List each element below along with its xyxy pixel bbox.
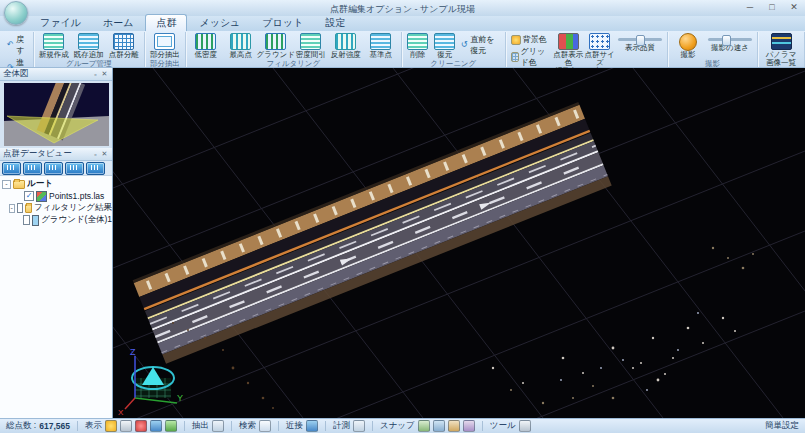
ribbon: ↶ 戻す ↷ 進む やり直し 新規作成 既存追加 (0, 31, 805, 68)
restore-previous-icon: ↺ (461, 41, 468, 49)
tree-show-all-button[interactable] (2, 162, 21, 175)
extract-label: 抽出 (192, 420, 209, 432)
group-panorama: パノラマ 画像一覧 パノラマ画像 (758, 32, 805, 67)
display-quality-thumb[interactable] (636, 35, 645, 46)
add-existing-button[interactable]: 既存追加 (72, 32, 106, 59)
snap-center-icon[interactable] (463, 420, 475, 432)
checkbox-unchecked[interactable] (23, 215, 30, 225)
snap-edge-icon[interactable] (433, 420, 445, 432)
group-undo: ↶ 戻す ↷ 進む やり直し (2, 32, 34, 67)
tab-mesh[interactable]: メッシュ (189, 15, 250, 31)
app-menu-orb[interactable] (4, 1, 28, 25)
add-existing-icon (78, 33, 99, 50)
extract-icon[interactable] (212, 420, 224, 432)
expander-icon[interactable]: - (2, 180, 11, 189)
minimize-button[interactable]: ─ (743, 2, 757, 12)
tab-pointcloud[interactable]: 点群 (145, 14, 187, 31)
tree-hide-all-button[interactable] (23, 162, 42, 175)
delete-button[interactable]: 削除 (405, 32, 431, 59)
shoot-button[interactable]: 撮影 (671, 32, 705, 59)
group-label-shooting: 撮影 (671, 59, 754, 68)
undo-button[interactable]: ↶ 戻す (5, 34, 30, 56)
ground-layer-icon (32, 215, 39, 226)
display-marker-icon[interactable] (135, 420, 147, 432)
panorama-list-button[interactable]: パノラマ 画像一覧 (761, 32, 801, 67)
display-grid-icon[interactable] (150, 420, 162, 432)
display-axis-icon[interactable] (165, 420, 177, 432)
partial-extract-icon (154, 33, 175, 50)
overview-pin-icon[interactable]: ▫ (91, 71, 100, 78)
snap-grid-icon[interactable] (448, 420, 460, 432)
shoot-speed-thumb[interactable] (722, 35, 731, 46)
search-icon[interactable] (259, 420, 271, 432)
new-group-button[interactable]: 新規作成 (37, 32, 71, 59)
easy-settings-button[interactable]: 簡単設定 (765, 420, 799, 432)
svg-text:Y: Y (177, 393, 183, 403)
background-color-button[interactable]: 背景色 (509, 34, 552, 45)
partial-extract-button[interactable]: 部分抽出 (148, 32, 182, 59)
checkbox-checked[interactable]: ✓ (24, 191, 34, 201)
filter-reference-icon (370, 33, 391, 50)
svg-text:X: X (118, 408, 124, 417)
tree-row-root[interactable]: - ルート (2, 178, 112, 190)
restore-button[interactable]: 復元 (432, 32, 458, 59)
tab-home[interactable]: ホーム (93, 15, 143, 31)
tree-toolbar (0, 161, 112, 176)
close-button[interactable]: ✕ (787, 2, 801, 12)
filter-low-density-button[interactable]: 低密度 (189, 32, 223, 59)
display-label: 表示 (85, 420, 102, 432)
measure-icon[interactable] (353, 420, 365, 432)
display-sun-icon[interactable] (105, 420, 117, 432)
display-quality-slider: 表示品質 (616, 32, 664, 53)
left-panel: 全体図 ▫ ✕ (0, 68, 113, 418)
tree-close-icon[interactable]: ✕ (100, 150, 109, 158)
panorama-icon (771, 33, 792, 50)
group-label-management: グループ管理 (37, 59, 141, 68)
filter-ground-icon (265, 33, 286, 50)
tree-row-points1[interactable]: ✓ Points1.pts.las (2, 190, 112, 202)
tree-pin-icon[interactable]: ▫ (91, 151, 100, 158)
filter-reference-button[interactable]: 基準点 (364, 32, 398, 59)
shoot-speed-slider: 撮影の速さ (706, 32, 754, 53)
tab-file[interactable]: ファイル (30, 15, 91, 31)
tree-panel-header: 点群データビュー ▫ ✕ (0, 148, 112, 161)
group-label-partial: 部分抽出 (148, 59, 182, 68)
pointcloud-file-icon (36, 191, 47, 202)
maximize-button[interactable]: □ (765, 2, 779, 12)
tab-plot[interactable]: プロット (252, 15, 313, 31)
snap-point-icon[interactable] (418, 420, 430, 432)
separate-points-button[interactable]: 点群分離 (107, 32, 141, 59)
tree-row-ground[interactable]: グラウンド(全体)1 (2, 214, 112, 226)
overview-panel-header: 全体図 ▫ ✕ (0, 68, 112, 81)
shoot-speed-track[interactable] (708, 38, 752, 41)
overview-panel-title: 全体図 (3, 68, 29, 80)
tools-icon[interactable] (519, 420, 531, 432)
overview-close-icon[interactable]: ✕ (100, 70, 109, 78)
filter-low-density-icon (195, 33, 216, 50)
tree-expand-all-button[interactable] (86, 162, 105, 175)
pointcloud-scene: Z Y X (113, 68, 805, 418)
tree-panel-title: 点群データビュー (3, 148, 72, 160)
tab-settings[interactable]: 設定 (315, 15, 355, 31)
new-group-icon (43, 33, 64, 50)
grid-color-button[interactable]: グリッド色 (509, 46, 552, 68)
filter-density-button[interactable]: 密度間引 (294, 32, 328, 59)
tree-uncheck-all-button[interactable] (65, 162, 84, 175)
viewport-3d[interactable]: Z Y X (113, 68, 805, 418)
display-plane-icon[interactable] (120, 420, 132, 432)
overview-thumbnail[interactable] (0, 81, 112, 148)
tree-check-all-button[interactable] (44, 162, 63, 175)
display-quality-track[interactable] (618, 38, 662, 41)
separate-points-icon (113, 33, 134, 50)
checkbox-unchecked[interactable] (17, 203, 23, 213)
tree-row-filter-result[interactable]: - フィルタリング結果 (2, 202, 112, 214)
restore-previous-button[interactable]: ↺ 直前を復元 (459, 34, 502, 56)
proximity-icon[interactable] (306, 420, 318, 432)
filter-highest-button[interactable]: 最高点 (224, 32, 258, 59)
filter-intensity-button[interactable]: 反射強度 (329, 32, 363, 59)
filter-ground-button[interactable]: グラウンド (259, 32, 293, 59)
restore-icon (434, 33, 455, 50)
filter-density-icon (300, 33, 321, 50)
expander-icon[interactable]: - (9, 204, 15, 213)
measure-label: 計測 (333, 420, 350, 432)
